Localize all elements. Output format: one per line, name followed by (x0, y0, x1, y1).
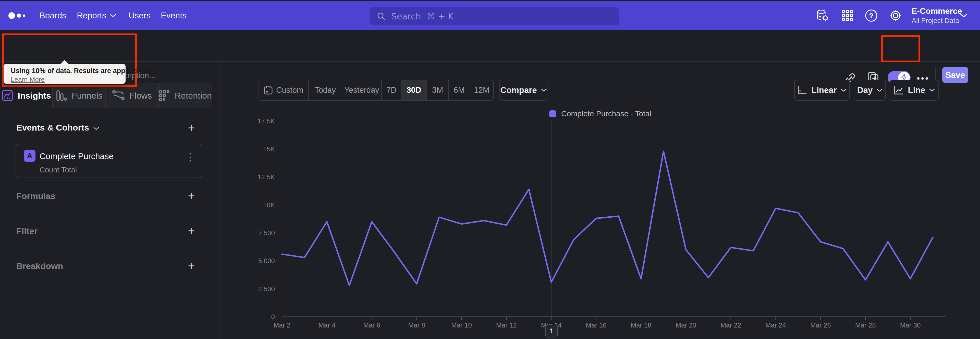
panel-divider (221, 62, 221, 339)
range-30d[interactable]: 30D (401, 80, 427, 100)
tab-flows[interactable]: Flows (106, 83, 159, 108)
nav-item-label: Boards (40, 11, 66, 21)
tab-label: Retention (175, 91, 212, 101)
event-metric[interactable]: Count Total (40, 166, 77, 174)
svg-text:Mar 28: Mar 28 (855, 321, 876, 329)
compare-label: Compare (500, 85, 537, 95)
add-breakdown-button[interactable]: + (186, 260, 197, 271)
svg-text:15K: 15K (263, 145, 275, 153)
events-cohorts-label: Events & Cohorts (16, 123, 89, 133)
insights-icon (2, 90, 13, 101)
add-event-button[interactable]: + (186, 122, 197, 133)
svg-text:Mar 20: Mar 20 (676, 321, 696, 329)
svg-text:Mar 6: Mar 6 (363, 321, 380, 329)
svg-text:?: ? (869, 12, 873, 20)
range-today[interactable]: Today (309, 80, 342, 100)
tab-label: Flows (129, 91, 152, 101)
svg-text:12.5K: 12.5K (258, 173, 275, 181)
range-label: 7D (387, 86, 396, 95)
calendar-icon (264, 86, 272, 95)
svg-text:Mar 26: Mar 26 (810, 321, 831, 329)
breakdown-header: Breakdown (16, 261, 63, 271)
chevron-down-icon (93, 127, 99, 130)
range-yesterday[interactable]: Yesterday (342, 80, 382, 100)
learn-more-link[interactable]: Learn More (11, 76, 45, 83)
line-chart-icon (894, 85, 904, 95)
pagination-page-1[interactable]: 1 (545, 325, 558, 337)
svg-text:Mar 16: Mar 16 (586, 321, 607, 329)
svg-text:Mar 22: Mar 22 (721, 321, 741, 329)
range-label: Today (315, 86, 336, 95)
chevron-down-icon (541, 89, 547, 92)
range-7d[interactable]: 7D (382, 80, 401, 100)
project-name: E-Commerce (912, 6, 962, 16)
interval-selector[interactable]: Day (854, 80, 886, 101)
project-chevron[interactable] (960, 1, 967, 30)
scale-selector[interactable]: Linear (794, 80, 850, 101)
nav-item-label: Users (129, 11, 151, 21)
date-range-group: Custom Today Yesterday 7D 30D 3M 6M 12M (259, 80, 494, 101)
help-icon[interactable]: ? (865, 1, 878, 30)
data-management-icon[interactable] (816, 1, 829, 30)
chevron-down-icon (841, 89, 846, 92)
toolbar-divider (935, 69, 935, 80)
add-filter-button[interactable]: + (186, 225, 197, 236)
svg-text:0: 0 (271, 313, 275, 321)
grid-icon (842, 10, 853, 21)
nav-item-reports[interactable]: Reports (77, 1, 116, 30)
question-circle-icon: ? (865, 9, 878, 22)
svg-text:10K: 10K (263, 201, 275, 209)
range-12m[interactable]: 12M (470, 80, 493, 100)
nav-item-users[interactable]: Users (129, 1, 151, 30)
global-search[interactable] (370, 7, 619, 25)
tab-funnels[interactable]: Funnels (53, 83, 106, 108)
gear-icon (889, 9, 902, 22)
tab-label: Insights (18, 91, 51, 101)
top-nav-bar: Boards Reports Users Events (0, 1, 980, 30)
range-6m[interactable]: 6M (449, 80, 470, 100)
retention-icon (159, 90, 170, 101)
add-formula-button[interactable]: + (186, 190, 197, 201)
search-icon (377, 12, 386, 21)
tab-insights[interactable]: Insights (0, 83, 53, 108)
apps-grid-icon[interactable] (842, 1, 853, 30)
nav-item-boards[interactable]: Boards (40, 1, 66, 30)
chart-type-selector[interactable]: Line (890, 80, 939, 101)
kebab-menu-icon[interactable]: ⋮ (185, 151, 195, 163)
tab-retention[interactable]: Retention (159, 83, 212, 108)
mixpanel-logo[interactable] (8, 1, 29, 30)
svg-text:5,000: 5,000 (258, 257, 275, 265)
report-type-tabs: Insights Funnels Flows (0, 83, 212, 108)
save-button[interactable]: Save (942, 67, 968, 83)
project-scope: All Project Data (912, 17, 959, 25)
compare-button[interactable]: Compare (500, 80, 547, 101)
formulas-header: Formulas (16, 191, 56, 201)
event-series-badge: A (24, 150, 35, 162)
range-label: 6M (453, 86, 465, 95)
svg-text:Mar 10: Mar 10 (451, 321, 472, 329)
chart-type-label: Line (908, 85, 925, 95)
nav-item-label: Reports (77, 11, 107, 21)
svg-text:2,500: 2,500 (258, 285, 275, 293)
filter-header: Filter (16, 226, 38, 236)
svg-text:Mar 8: Mar 8 (408, 321, 425, 329)
range-label: Yesterday (344, 86, 379, 95)
event-card[interactable]: A Complete Purchase Count Total ⋮ (16, 144, 202, 178)
events-cohorts-header[interactable]: Events & Cohorts (16, 123, 99, 133)
settings-icon[interactable] (889, 1, 902, 30)
interval-label: Day (857, 85, 873, 95)
svg-text:Mar 18: Mar 18 (631, 321, 651, 329)
range-3m[interactable]: 3M (427, 80, 449, 100)
svg-text:7,500: 7,500 (258, 229, 275, 237)
line-chart[interactable]: 02,5005,0007,50010K12.5K15K17.5KMar 2Mar… (255, 115, 955, 335)
search-input[interactable] (391, 11, 612, 22)
project-switcher[interactable]: E-Commerce All Project Data (912, 1, 962, 30)
event-name[interactable]: Complete Purchase (40, 152, 114, 161)
tooltip-text: Using 10% of data. Results are approxima… (11, 67, 156, 75)
nav-item-events[interactable]: Events (161, 1, 186, 30)
logo-dots-icon (8, 10, 29, 21)
range-label: 3M (432, 86, 443, 95)
range-label: Custom (276, 86, 304, 95)
range-custom[interactable]: Custom (259, 80, 309, 100)
chevron-down-icon (110, 14, 116, 18)
